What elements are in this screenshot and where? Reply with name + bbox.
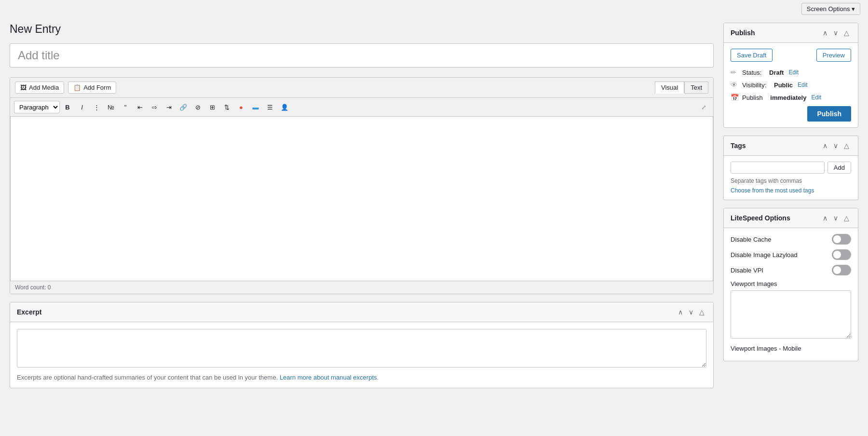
add-form-button[interactable]: 📋 Add Form <box>68 82 116 94</box>
editor-tabs: Visual Text <box>655 82 708 94</box>
excerpt-up-button[interactable]: ∧ <box>676 307 685 317</box>
word-count-label: Word count: 0 <box>15 284 51 291</box>
excerpt-body: Excerpts are optional hand-crafted summa… <box>10 322 713 388</box>
add-form-icon: 📋 <box>73 84 81 91</box>
tab-visual[interactable]: Visual <box>655 82 684 94</box>
tags-collapse-button[interactable]: △ <box>842 141 851 150</box>
post-title-input[interactable] <box>10 43 714 68</box>
tags-controls: ∧ ∨ △ <box>821 141 851 150</box>
viewport-images-label: Viewport Images <box>731 280 851 287</box>
link-button[interactable]: 🔗 <box>176 101 190 113</box>
bullet-list-button[interactable]: ⋮ <box>90 101 103 113</box>
extra-btn-5[interactable]: 👤 <box>278 101 291 113</box>
extra-btn-2[interactable]: ● <box>234 101 248 113</box>
disable-vpi-row: Disable VPI <box>731 265 851 275</box>
publish-controls: ∧ ∨ △ <box>821 28 851 38</box>
disable-cache-slider <box>832 234 851 245</box>
unlink-button[interactable]: ⊘ <box>191 101 204 113</box>
tags-down-button[interactable]: ∨ <box>831 141 840 150</box>
add-media-icon: 🖼 <box>20 84 27 91</box>
tags-header: Tags ∧ ∨ △ <box>724 136 858 156</box>
numbered-list-button[interactable]: № <box>104 101 118 113</box>
extra-btn-3[interactable]: ▬ <box>249 101 262 113</box>
visibility-edit-link[interactable]: Edit <box>798 82 808 88</box>
editor-textarea[interactable] <box>10 117 713 281</box>
blockquote-button[interactable]: " <box>119 101 132 113</box>
excerpt-collapse-button[interactable]: △ <box>697 307 706 317</box>
visibility-row: 👁 Visibility: Public Edit <box>731 81 851 89</box>
excerpt-section: Excerpt ∧ ∨ △ Excerpts are optional hand… <box>10 302 714 388</box>
litespeed-body: Disable Cache Disable Image Lazyload Dis… <box>724 228 858 361</box>
excerpt-learn-more-link[interactable]: Learn more about manual excerpts <box>280 374 377 381</box>
disable-image-lazyload-row: Disable Image Lazyload <box>731 249 851 260</box>
publish-button[interactable]: Publish <box>807 106 851 122</box>
visibility-value: Public <box>774 82 793 89</box>
draft-actions: Save Draft Preview <box>731 49 851 62</box>
disable-cache-toggle[interactable] <box>832 234 851 245</box>
add-media-button[interactable]: 🖼 Add Media <box>15 82 64 94</box>
sidebar: Publish ∧ ∨ △ Save Draft Preview ✏ Statu… <box>723 23 858 388</box>
excerpt-header: Excerpt ∧ ∨ △ <box>10 302 713 322</box>
media-bar: 🖼 Add Media 📋 Add Form Visual Text <box>10 78 713 98</box>
publish-down-button[interactable]: ∨ <box>831 28 840 38</box>
viewport-images-mobile-section: Viewport Images - Mobile <box>731 345 851 352</box>
publish-title: Publish <box>731 29 821 37</box>
disable-vpi-slider <box>832 265 851 275</box>
extra-btn-4[interactable]: ☰ <box>263 101 277 113</box>
tags-body: Add Separate tags with commas Choose fro… <box>724 156 858 200</box>
save-draft-button[interactable]: Save Draft <box>731 49 773 62</box>
disable-image-lazyload-toggle[interactable] <box>832 249 851 260</box>
visibility-label: Visibility: <box>742 82 766 89</box>
tags-up-button[interactable]: ∧ <box>821 141 829 150</box>
fullscreen-button[interactable]: ⤢ <box>698 101 709 113</box>
publish-up-button[interactable]: ∧ <box>821 28 829 38</box>
insert-table-button[interactable]: ⊞ <box>205 101 219 113</box>
disable-image-lazyload-label: Disable Image Lazyload <box>731 251 832 259</box>
extra-btn-1[interactable]: ⇅ <box>220 101 233 113</box>
litespeed-controls: ∧ ∨ △ <box>821 213 851 223</box>
screen-options-button[interactable]: Screen Options ▾ <box>801 3 860 15</box>
visibility-icon: 👁 <box>731 81 739 89</box>
status-edit-link[interactable]: Edit <box>788 69 799 76</box>
preview-button[interactable]: Preview <box>816 49 851 62</box>
litespeed-title: LiteSpeed Options <box>731 214 821 222</box>
publish-header: Publish ∧ ∨ △ <box>724 23 858 43</box>
publish-collapse-button[interactable]: △ <box>842 28 851 38</box>
disable-vpi-toggle[interactable] <box>832 265 851 275</box>
italic-button[interactable]: I <box>75 101 89 113</box>
litespeed-up-button[interactable]: ∧ <box>821 213 829 223</box>
litespeed-down-button[interactable]: ∨ <box>831 213 840 223</box>
align-center-button[interactable]: ⇨ <box>148 101 161 113</box>
align-right-button[interactable]: ⇥ <box>162 101 176 113</box>
excerpt-down-button[interactable]: ∨ <box>687 307 695 317</box>
publish-time-value: immediately <box>770 94 806 101</box>
tab-text[interactable]: Text <box>684 82 708 94</box>
viewport-images-textarea[interactable] <box>731 290 851 339</box>
status-icon: ✏ <box>731 68 739 76</box>
align-left-button[interactable]: ⇤ <box>133 101 147 113</box>
excerpt-controls: ∧ ∨ △ <box>676 307 706 317</box>
excerpt-note: Excerpts are optional hand-crafted summa… <box>17 374 706 381</box>
page-title: New Entry <box>10 23 714 36</box>
tags-box: Tags ∧ ∨ △ Add Separate tags with commas… <box>723 136 858 200</box>
add-tag-button[interactable]: Add <box>827 162 851 174</box>
publish-box: Publish ∧ ∨ △ Save Draft Preview ✏ Statu… <box>723 23 858 128</box>
tags-input[interactable] <box>731 162 825 174</box>
disable-cache-row: Disable Cache <box>731 234 851 245</box>
excerpt-textarea[interactable] <box>17 329 706 368</box>
status-row: ✏ Status: Draft Edit <box>731 68 851 76</box>
excerpt-title: Excerpt <box>17 308 676 316</box>
editor-toolbar: Paragraph B I ⋮ № " ⇤ ⇨ ⇥ 🔗 ⊘ ⊞ ⇅ ● ▬ ☰ … <box>10 98 713 117</box>
viewport-images-section: Viewport Images <box>731 280 851 345</box>
editor-box: 🖼 Add Media 📋 Add Form Visual Text Parag… <box>10 77 714 294</box>
disable-vpi-label: Disable VPI <box>731 267 832 274</box>
disable-image-lazyload-slider <box>832 249 851 260</box>
publish-time-edit-link[interactable]: Edit <box>811 94 821 101</box>
add-form-label: Add Form <box>83 84 111 91</box>
bold-button[interactable]: B <box>61 101 74 113</box>
litespeed-collapse-button[interactable]: △ <box>842 213 851 223</box>
tags-input-row: Add <box>731 162 851 174</box>
publish-body: Save Draft Preview ✏ Status: Draft Edit … <box>724 43 858 127</box>
tags-most-used-link[interactable]: Choose from the most used tags <box>731 187 851 194</box>
paragraph-select[interactable]: Paragraph <box>14 101 60 113</box>
